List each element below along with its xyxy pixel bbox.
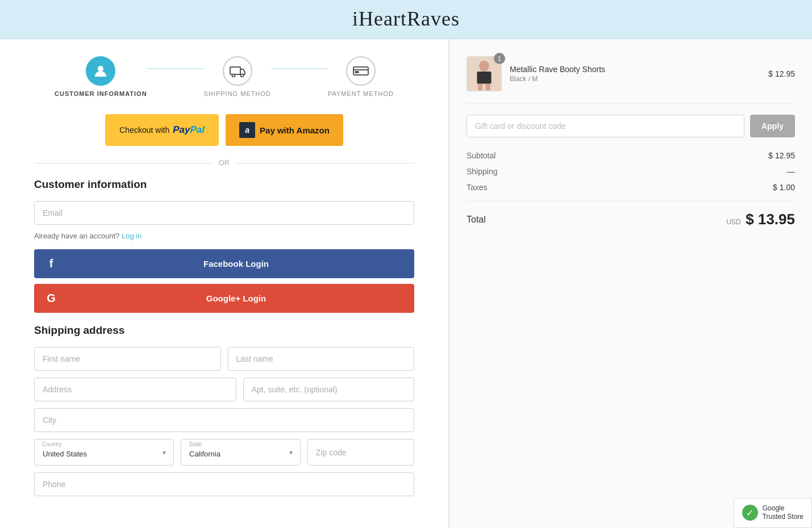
facebook-login-button[interactable]: f Facebook Login <box>34 249 414 278</box>
address-input[interactable] <box>34 378 236 401</box>
state-label: State <box>189 441 202 447</box>
trusted-store-text: Google Trusted Store <box>763 504 803 522</box>
step-connector-1 <box>147 68 204 69</box>
apt-input[interactable] <box>243 378 414 401</box>
svg-point-9 <box>479 61 489 72</box>
product-name: Metallic Rave Booty Shorts <box>510 65 760 74</box>
product-image-wrapper: 1 <box>467 56 502 91</box>
google-login-label: Google+ Login <box>66 294 406 303</box>
product-price: $ 12.95 <box>768 69 795 78</box>
customer-section-title: Customer information <box>34 178 414 191</box>
total-amount: USD $ 13.95 <box>726 211 795 228</box>
svg-rect-12 <box>486 83 490 90</box>
shipping-row: Shipping — <box>467 167 795 176</box>
right-panel: 1 Metallic Rave Booty Shorts Black / M $… <box>449 39 812 528</box>
svg-point-3 <box>240 74 243 77</box>
facebook-icon: f <box>42 257 60 270</box>
trusted-store-label: Google Trusted Store <box>763 504 803 522</box>
total-currency: USD <box>726 218 740 226</box>
step-payment[interactable]: PAYMENT METHOD <box>328 56 394 97</box>
country-state-zip-row: Country United States ▼ State California… <box>34 439 414 466</box>
step-customer-label: CUSTOMER INFORMATION <box>55 90 147 97</box>
country-label: Country <box>42 441 62 447</box>
state-wrapper: State California ▼ <box>181 439 301 466</box>
or-divider: OR <box>34 158 414 167</box>
apply-button[interactable]: Apply <box>750 115 795 137</box>
taxes-value: $ 1.00 <box>773 183 795 192</box>
total-value: $ 13.95 <box>746 211 795 228</box>
product-variant: Black / M <box>510 75 760 83</box>
total-row: Total USD $ 13.95 <box>467 201 795 228</box>
svg-rect-11 <box>478 83 482 90</box>
step-payment-icon <box>346 56 376 86</box>
already-account-label: Already have an account? <box>34 232 119 240</box>
product-badge: 1 <box>494 53 505 64</box>
address-row <box>34 378 414 401</box>
phone-input[interactable] <box>34 472 414 496</box>
svg-rect-1 <box>230 67 240 74</box>
svg-point-2 <box>232 74 235 77</box>
first-name-input[interactable] <box>34 347 221 371</box>
country-wrapper: Country United States ▼ <box>34 439 174 466</box>
trusted-store-icon: ✓ <box>742 505 758 521</box>
paypal-logo-text: PayPal <box>173 124 205 136</box>
already-account-text: Already have an account? Log in <box>34 232 414 240</box>
payment-buttons-row: Checkout with PayPal a Pay with Amazon <box>34 114 414 146</box>
product-item: 1 Metallic Rave Booty Shorts Black / M $… <box>467 51 795 103</box>
email-row <box>34 201 414 225</box>
svg-point-0 <box>98 66 103 72</box>
total-label: Total <box>467 215 486 225</box>
step-shipping-icon <box>223 56 252 86</box>
product-info: Metallic Rave Booty Shorts Black / M <box>510 65 760 83</box>
step-connector-2 <box>271 68 328 69</box>
city-input[interactable] <box>34 408 414 432</box>
main-layout: CUSTOMER INFORMATION SHIPPING METHOD <box>0 39 812 528</box>
svg-rect-4 <box>353 67 368 75</box>
left-panel: CUSTOMER INFORMATION SHIPPING METHOD <box>0 39 449 528</box>
discount-input[interactable] <box>467 115 744 137</box>
paypal-button[interactable]: Checkout with PayPal <box>105 114 219 146</box>
login-link[interactable]: Log in <box>122 232 141 240</box>
svg-rect-10 <box>477 72 491 83</box>
last-name-input[interactable] <box>228 347 415 371</box>
amazon-logo: a <box>239 122 255 138</box>
taxes-row: Taxes $ 1.00 <box>467 183 795 192</box>
facebook-login-label: Facebook Login <box>66 259 406 269</box>
subtotal-label: Subtotal <box>467 151 495 160</box>
subtotal-row: Subtotal $ 12.95 <box>467 151 795 160</box>
shipping-label: Shipping <box>467 167 498 176</box>
discount-row: Apply <box>467 115 795 137</box>
google-icon: G <box>42 292 60 305</box>
or-text: OR <box>212 158 237 167</box>
header: iHeartRaves <box>0 0 812 39</box>
subtotal-value: $ 12.95 <box>768 151 795 160</box>
step-shipping-label: SHIPPING METHOD <box>204 90 271 97</box>
shipping-value: — <box>787 167 795 176</box>
amazon-button[interactable]: a Pay with Amazon <box>226 114 343 146</box>
name-row <box>34 347 414 371</box>
amazon-label: Pay with Amazon <box>260 125 330 135</box>
paypal-text-before: Checkout with <box>119 125 169 135</box>
step-shipping[interactable]: SHIPPING METHOD <box>204 56 271 97</box>
shipping-section-title: Shipping address <box>34 324 414 337</box>
email-input[interactable] <box>34 201 414 225</box>
taxes-label: Taxes <box>467 183 488 192</box>
city-row <box>34 408 414 432</box>
site-title: iHeartRaves <box>0 7 812 31</box>
phone-row <box>34 472 414 496</box>
google-login-button[interactable]: G Google+ Login <box>34 284 414 313</box>
step-payment-label: PAYMENT METHOD <box>328 90 394 97</box>
step-customer[interactable]: CUSTOMER INFORMATION <box>55 56 147 97</box>
trusted-store-badge: ✓ Google Trusted Store <box>734 498 812 528</box>
zip-input[interactable] <box>307 439 414 466</box>
step-customer-icon <box>86 56 115 86</box>
svg-rect-6 <box>355 72 359 73</box>
checkout-steps: CUSTOMER INFORMATION SHIPPING METHOD <box>34 56 414 97</box>
